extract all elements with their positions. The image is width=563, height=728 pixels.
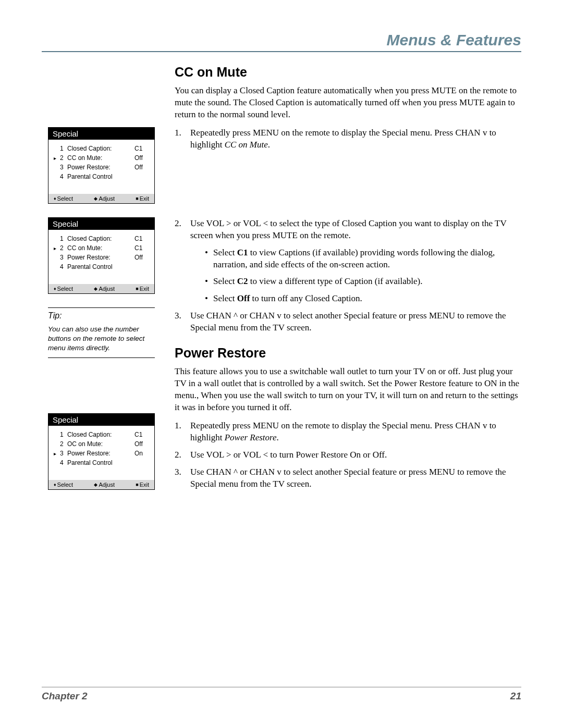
tip-label: Tip: [48,311,155,320]
select-arrow-icon: ▸ [54,154,60,162]
osd-row: 2 OC on Mute: Off [54,439,149,449]
osd-row: 1 Closed Caption: C1 [54,430,149,439]
list-item: Select C2 to view a different type of Ca… [190,276,521,288]
select-arrow-icon: ▸ [54,450,60,458]
list-item: Select C1 to view Captions (if available… [190,247,521,271]
steps-list: Repeatedly press MENU on the remote to d… [175,127,521,334]
right-column: CC on Mute You can display a Closed Capt… [175,65,521,503]
chapter-label: Chapter 2 [42,690,88,702]
osd-row: 3 Power Restore: Off [54,163,149,172]
osd-menu-2: Special 1 Closed Caption: C1 ▸ 2 CC on M… [48,217,155,294]
list-item: Use VOL > or VOL < to select the type of… [175,218,521,305]
osd-menu-1: Special 1 Closed Caption: C1 ▸ 2 CC on M… [48,127,155,204]
osd-footer: ♦Select ◆Adjust ■Exit [48,194,154,203]
tip-text: You can also use the number buttons on t… [48,325,155,353]
stop-icon: ■ [136,286,138,291]
select-arrow-icon: ▸ [54,244,60,252]
body-text: This feature allows you to use a switcha… [175,366,521,414]
header-title: Menus & Features [387,31,521,48]
osd-row: 1 Closed Caption: C1 [54,144,149,153]
osd-row: 4 Parental Control [54,262,149,272]
left-column: Special 1 Closed Caption: C1 ▸ 2 CC on M… [42,65,159,503]
osd-title: Special [48,128,154,140]
osd-row: ▸ 2 CC on Mute: Off [54,153,149,163]
steps-list: Repeatedly press MENU on the remote to d… [175,420,521,490]
list-item: Use VOL > or VOL < to turn Power Restore… [175,449,521,461]
osd-row: 1 Closed Caption: C1 [54,234,149,243]
osd-row: 4 Parental Control [54,172,149,181]
leftright-icon: ◆ [94,286,97,291]
tip-block: Tip: You can also use the number buttons… [48,307,155,358]
bullet-list: Select C1 to view Captions (if available… [190,247,521,305]
page-number: 21 [510,690,521,702]
osd-title: Special [48,414,154,426]
osd-row: ▸ 3 Power Restore: On [54,449,149,458]
osd-footer: ♦Select ◆Adjust ■Exit [48,284,154,293]
list-item: Use CHAN ^ or CHAN v to select another S… [175,310,521,334]
leftright-icon: ◆ [94,196,97,201]
osd-menu-3: Special 1 Closed Caption: C1 2 OC on Mut… [48,413,155,490]
list-item: Use CHAN ^ or CHAN v to select another S… [175,466,521,490]
list-item: Select Off to turn off any Closed Captio… [190,293,521,305]
body-text: You can display a Closed Caption feature… [175,85,521,121]
osd-row: 4 Parental Control [54,458,149,467]
section-heading-cc: CC on Mute [175,65,521,80]
page-footer: Chapter 2 21 [42,687,521,702]
leftright-icon: ◆ [94,482,97,487]
osd-row: 3 Power Restore: Off [54,253,149,262]
osd-title: Special [48,218,154,230]
list-item: Repeatedly press MENU on the remote to d… [175,127,521,151]
section-heading-power: Power Restore [175,346,521,361]
list-item: Repeatedly press MENU on the remote to d… [175,420,521,444]
updown-icon: ♦ [54,482,56,487]
osd-row: ▸ 2 CC on Mute: C1 [54,243,149,253]
updown-icon: ♦ [54,286,56,291]
stop-icon: ■ [136,482,138,487]
osd-footer: ♦Select ◆Adjust ■Exit [48,480,154,489]
updown-icon: ♦ [54,196,56,201]
page-header: Menus & Features [42,31,521,52]
stop-icon: ■ [136,196,138,201]
